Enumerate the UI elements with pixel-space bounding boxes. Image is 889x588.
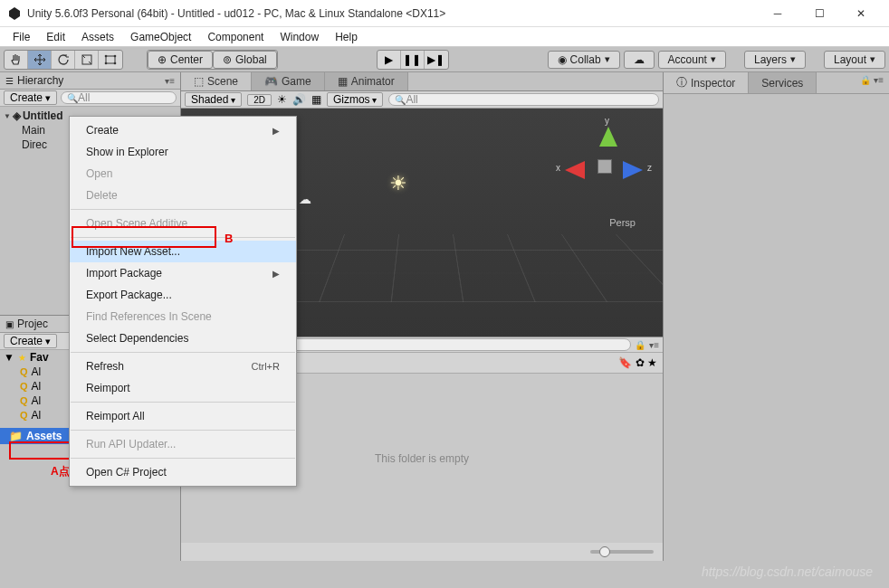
scene-icon: ⬚ xyxy=(194,75,204,88)
ctx-delete: Delete xyxy=(70,185,296,206)
scale-tool-button[interactable] xyxy=(75,51,99,69)
lighting-toggle[interactable]: ☀ xyxy=(277,93,287,106)
lock-icon[interactable]: 🔒 ▾≡ xyxy=(855,72,889,93)
step-button[interactable]: ▶❚ xyxy=(425,51,448,69)
inspector-body xyxy=(664,94,889,583)
annotation-b: B xyxy=(225,232,233,245)
star-icon: ★ xyxy=(18,353,26,363)
rect-tool-button[interactable] xyxy=(99,51,122,69)
pause-button[interactable]: ❚❚ xyxy=(401,51,425,69)
unity-scene-icon: ◈ xyxy=(13,109,21,122)
cloud-button[interactable]: ☁ xyxy=(624,51,655,69)
search-icon: Q xyxy=(20,366,28,377)
unity-logo-icon xyxy=(7,6,22,21)
search-icon: Q xyxy=(20,381,28,392)
main-menubar: File Edit Assets GameObject Component Wi… xyxy=(0,27,889,47)
menu-help[interactable]: Help xyxy=(328,29,365,45)
ctx-select-dependencies[interactable]: Select Dependencies xyxy=(70,327,296,349)
ctx-reimport-all[interactable]: Reimport All xyxy=(70,405,296,427)
fx-toggle[interactable]: ▦ xyxy=(311,93,321,106)
game-tab[interactable]: 🎮Game xyxy=(252,72,325,90)
projection-label[interactable]: Persp xyxy=(609,217,636,228)
filter-icons[interactable]: 🔖 ✿ ★ xyxy=(618,356,657,369)
mode-2d-toggle[interactable]: 2D xyxy=(247,94,272,106)
ctx-open-csharp-project[interactable]: Open C# Project xyxy=(70,461,296,483)
ctx-refresh[interactable]: RefreshCtrl+R xyxy=(70,356,296,377)
animator-tab[interactable]: ▦Animator xyxy=(325,72,408,90)
hierarchy-tab[interactable]: ☰ Hierarchy ▾≡ xyxy=(0,72,180,90)
window-close-button[interactable]: ✕ xyxy=(840,1,882,26)
pivot-mode-button[interactable]: ⊕Center xyxy=(148,51,213,69)
menu-window[interactable]: Window xyxy=(272,29,326,45)
ctx-create[interactable]: Create▶ xyxy=(70,119,296,141)
menu-edit[interactable]: Edit xyxy=(39,29,72,45)
ctx-run-api-updater: Run API Updater... xyxy=(70,433,296,455)
center-tabs: ⬚Scene 🎮Game ▦Animator xyxy=(181,72,663,91)
expand-arrow-icon[interactable]: ▼ xyxy=(4,112,11,120)
gizmo-cube-icon[interactable] xyxy=(597,159,612,174)
separator xyxy=(71,458,295,459)
thumbnail-size-slider[interactable] xyxy=(590,550,654,554)
axis-y-icon[interactable] xyxy=(599,127,617,147)
submenu-arrow-icon: ▶ xyxy=(272,269,280,279)
ctx-show-in-explorer[interactable]: Show in Explorer xyxy=(70,141,296,163)
window-minimize-button[interactable]: ─ xyxy=(757,1,798,26)
game-icon: 🎮 xyxy=(264,75,278,88)
panel-menu-icon[interactable]: ▾≡ xyxy=(649,340,659,350)
menu-assets[interactable]: Assets xyxy=(74,29,121,45)
hierarchy-search-input[interactable]: 🔍All xyxy=(61,91,177,104)
ctx-export-package[interactable]: Export Package... xyxy=(70,284,296,306)
shading-dropdown[interactable]: Shaded ▾ xyxy=(185,92,242,107)
separator xyxy=(71,237,295,238)
window-title: Unity 5.6.0f3 Personal (64bit) - Untitle… xyxy=(27,7,757,20)
orientation-gizmo[interactable]: y x z xyxy=(563,127,645,208)
inspector-icon: ⓘ xyxy=(676,75,687,90)
animator-icon: ▦ xyxy=(338,75,348,88)
services-tab[interactable]: Services xyxy=(749,72,817,93)
scene-search-input[interactable]: 🔍All xyxy=(388,93,659,106)
ctx-open-scene-additive: Open Scene Additive xyxy=(70,213,296,234)
main-toolbar: ⊕Center ⊚Global ▶ ❚❚ ▶❚ ◉Collab ▾ ☁ Acco… xyxy=(0,47,889,72)
ctx-import-package[interactable]: Import Package▶ xyxy=(70,262,296,284)
ctx-import-new-asset[interactable]: Import New Asset... xyxy=(70,241,296,262)
account-dropdown[interactable]: Account ▾ xyxy=(658,51,726,69)
menu-file[interactable]: File xyxy=(5,29,37,45)
empty-folder-label: This folder is empty xyxy=(375,452,469,465)
center-icon: ⊕ xyxy=(158,53,167,66)
submenu-arrow-icon: ▶ xyxy=(272,126,280,136)
menu-component[interactable]: Component xyxy=(200,29,271,45)
cloud-gizmo-icon: ☁ xyxy=(299,192,311,206)
svg-point-5 xyxy=(105,62,108,64)
play-controls: ▶ ❚❚ ▶❚ xyxy=(377,50,449,70)
separator xyxy=(71,209,295,210)
cloud-icon: ☁ xyxy=(634,53,645,66)
rotate-tool-button[interactable] xyxy=(52,51,75,69)
play-button[interactable]: ▶ xyxy=(378,51,401,69)
audio-toggle[interactable]: 🔊 xyxy=(292,93,306,106)
menu-gameobject[interactable]: GameObject xyxy=(123,29,198,45)
ctx-reimport[interactable]: Reimport xyxy=(70,377,296,399)
folder-icon: 📁 xyxy=(9,430,23,442)
pivot-rotation-button[interactable]: ⊚Global xyxy=(213,51,277,69)
lock-icon[interactable]: 🔒 xyxy=(635,340,645,350)
panel-menu-icon[interactable]: ▾≡ xyxy=(165,76,175,86)
layout-dropdown[interactable]: Layout ▾ xyxy=(824,51,885,69)
gizmos-dropdown[interactable]: Gizmos ▾ xyxy=(327,92,383,107)
svg-marker-0 xyxy=(9,7,20,20)
axis-x-icon[interactable] xyxy=(565,161,585,179)
ctx-open: Open xyxy=(70,163,296,185)
window-maximize-button[interactable]: ☐ xyxy=(798,1,840,26)
project-create-button[interactable]: Create ▾ xyxy=(4,334,57,348)
ctx-find-references: Find References In Scene xyxy=(70,306,296,327)
axis-z-icon[interactable] xyxy=(623,161,643,179)
layers-dropdown[interactable]: Layers ▾ xyxy=(744,51,806,69)
move-tool-button[interactable] xyxy=(28,51,52,69)
sun-gizmo-icon: ☀ xyxy=(389,172,407,195)
separator xyxy=(71,430,295,431)
scene-tab[interactable]: ⬚Scene xyxy=(181,72,252,90)
inspector-tab[interactable]: ⓘInspector xyxy=(664,72,749,93)
hierarchy-create-button[interactable]: Create ▾ xyxy=(4,90,57,105)
hand-tool-button[interactable] xyxy=(5,51,28,69)
search-icon: Q xyxy=(20,395,28,406)
collab-dropdown[interactable]: ◉Collab ▾ xyxy=(548,51,620,69)
